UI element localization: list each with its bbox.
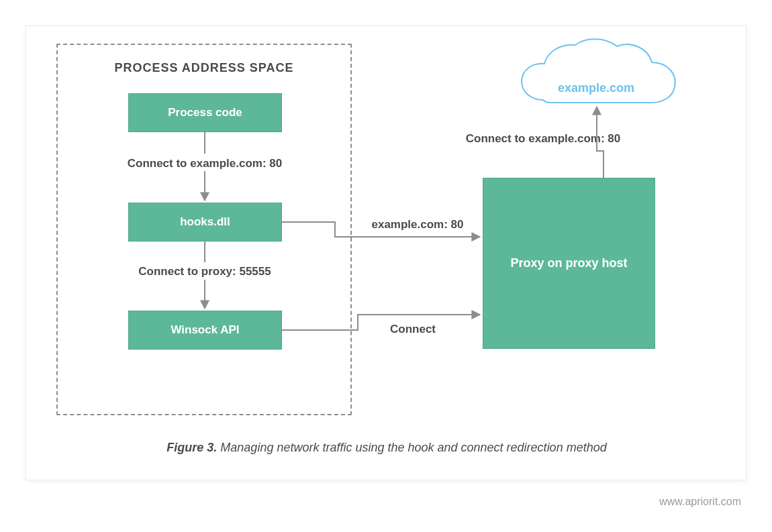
flow-label-hooks-to-winsock: Connect to proxy: 55555 xyxy=(99,265,311,278)
box-hooks-dll: hooks.dll xyxy=(128,203,282,242)
figure-caption: Figure 3. Managing network traffic using… xyxy=(26,441,747,455)
flow-label-winsock-to-proxy: Connect xyxy=(360,323,475,336)
box-winsock-api-label: Winsock API xyxy=(171,323,239,337)
box-winsock-api: Winsock API xyxy=(128,311,282,350)
box-hooks-dll-label: hooks.dll xyxy=(180,215,230,229)
flow-label-proxy-to-cloud: Connect to example.com: 80 xyxy=(442,132,644,146)
figure-caption-text: Managing network traffic using the hook … xyxy=(220,441,606,454)
cloud-label: example.com xyxy=(539,81,653,95)
flow-label-process-to-hooks: Connect to example.com: 80 xyxy=(99,157,311,170)
box-proxy-host: Proxy on proxy host xyxy=(483,178,655,349)
section-title-process-address-space: PROCESS ADDRESS SPACE xyxy=(70,61,338,75)
box-process-code-label: Process code xyxy=(168,106,242,119)
diagram-card: PROCESS ADDRESS SPACE Process code hooks… xyxy=(26,25,746,480)
box-process-code: Process code xyxy=(128,93,282,132)
flow-label-hooks-to-proxy: example.com: 80 xyxy=(360,218,475,231)
footer-link[interactable]: www.apriorit.com xyxy=(659,496,741,508)
figure-caption-prefix: Figure 3. xyxy=(166,441,217,454)
box-proxy-host-label: Proxy on proxy host xyxy=(510,256,627,270)
